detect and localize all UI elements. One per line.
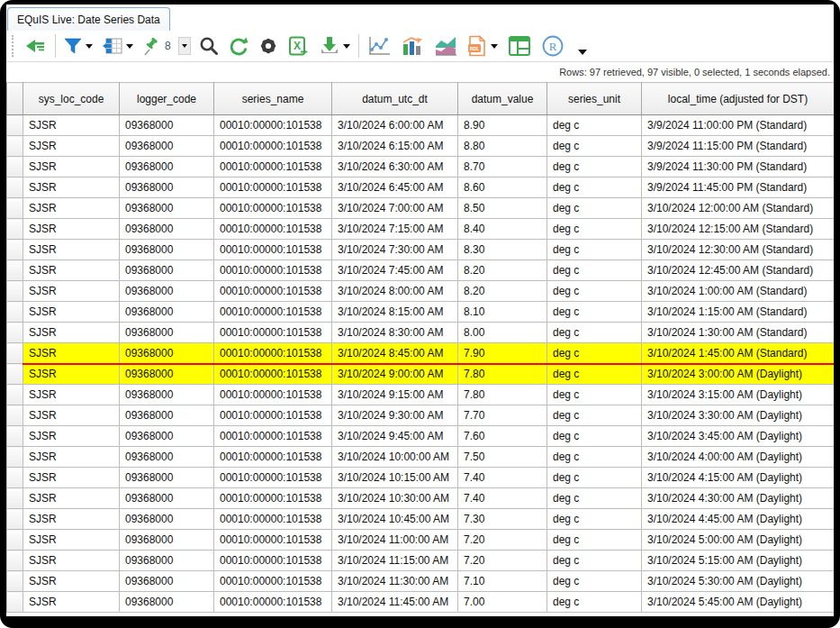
row-selector[interactable] (7, 240, 23, 260)
table-row[interactable]: SJSR0936800000010:00000:1015383/10/2024 … (7, 571, 835, 592)
cell: 3/10/2024 4:00:00 AM (Daylight) (642, 447, 835, 468)
table-row[interactable]: SJSR0936800000010:00000:1015383/10/2024 … (7, 136, 835, 157)
table-row[interactable]: SJSR0936800000010:00000:1015383/10/2024 … (7, 302, 835, 323)
table-row[interactable]: SJSR0936800000010:00000:1015383/10/2024 … (7, 426, 835, 447)
table-row[interactable]: SJSR0936800000010:00000:1015383/10/2024 … (7, 240, 835, 260)
row-selector[interactable] (7, 447, 23, 468)
table-row[interactable]: SJSR0936800000010:00000:1015383/10/2024 … (7, 385, 835, 405)
table-row[interactable]: SJSR0936800000010:00000:1015383/10/2024 … (7, 592, 835, 613)
row-selector[interactable] (7, 571, 23, 592)
row-selector[interactable] (7, 219, 23, 240)
line-chart-button[interactable] (366, 33, 393, 59)
table-row[interactable]: SJSR0936800000010:00000:1015383/10/2024 … (7, 468, 835, 488)
row-selector[interactable] (7, 260, 23, 281)
tab-title: EQuIS Live: Date Series Data (17, 14, 160, 26)
cell: 3/10/2024 3:30:00 AM (Daylight) (642, 405, 835, 426)
row-selector[interactable] (7, 488, 23, 509)
cell: 00010:00000:101538 (214, 240, 332, 260)
r-script-button[interactable]: R (539, 32, 566, 59)
cell: 00010:00000:101538 (214, 323, 332, 343)
row-selector[interactable] (7, 405, 23, 426)
column-header-datum-utc-dt[interactable]: datum_utc_dt (332, 83, 458, 115)
row-selector[interactable] (7, 530, 23, 551)
row-selector[interactable] (7, 385, 23, 405)
cell: deg c (547, 198, 642, 219)
table-row[interactable]: SJSR0936800000010:00000:1015383/10/2024 … (7, 115, 835, 136)
table-row[interactable]: SJSR0936800000010:00000:1015383/10/2024 … (7, 177, 835, 198)
rdl-dropdown-icon[interactable] (491, 44, 498, 49)
cell: 3/9/2024 11:00:00 PM (Standard) (642, 115, 835, 136)
row-selector[interactable] (7, 509, 23, 530)
table-row[interactable]: SJSR0936800000010:00000:1015383/10/2024 … (7, 219, 835, 240)
cell: 09368000 (120, 219, 214, 240)
toolbar-grip[interactable] (12, 35, 15, 57)
table-row[interactable]: SJSR0936800000010:00000:1015383/10/2024 … (7, 530, 835, 551)
area-chart-button[interactable] (432, 33, 459, 59)
tab-date-series-data[interactable]: EQuIS Live: Date Series Data (7, 7, 170, 31)
row-selector[interactable] (7, 302, 23, 323)
table-row[interactable]: SJSR0936800000010:00000:1015383/10/2024 … (7, 405, 835, 426)
filter-button[interactable] (62, 35, 95, 57)
column-header-series-unit[interactable]: series_unit (547, 83, 642, 115)
table-row[interactable]: SJSR0936800000010:00000:1015383/10/2024 … (7, 447, 835, 468)
overflow-chevron-icon (578, 50, 587, 55)
table-row[interactable]: SJSR0936800000010:00000:1015383/10/2024 … (7, 323, 835, 343)
filter-dropdown-icon[interactable] (86, 44, 93, 49)
cell: 3/10/2024 1:15:00 AM (Standard) (642, 302, 835, 323)
download-dropdown-icon[interactable] (343, 44, 350, 49)
column-chooser-dropdown-icon[interactable] (126, 44, 133, 49)
cell: 3/10/2024 4:30:00 AM (Daylight) (642, 488, 835, 509)
table-row[interactable]: SJSR0936800000010:00000:1015383/10/2024 … (7, 488, 835, 509)
cell: 00010:00000:101538 (214, 157, 332, 177)
table-row[interactable]: SJSR0936800000010:00000:1015383/10/2024 … (7, 551, 835, 571)
column-header-logger-code[interactable]: logger_code (120, 83, 214, 115)
refresh-button[interactable] (227, 34, 250, 58)
row-selector[interactable] (7, 323, 23, 343)
column-header-series-name[interactable]: series_name (214, 83, 332, 115)
cell: 00010:00000:101538 (214, 260, 332, 281)
table-row[interactable]: SJSR0936800000010:00000:1015383/10/2024 … (7, 343, 835, 364)
row-selector[interactable] (7, 177, 23, 198)
row-selector[interactable] (7, 343, 23, 364)
cell: 00010:00000:101538 (214, 488, 332, 509)
column-chooser-button[interactable] (101, 35, 135, 57)
download-button[interactable] (318, 34, 352, 58)
pin-count-dropdown-icon (182, 44, 187, 48)
table-row[interactable]: SJSR0936800000010:00000:1015383/10/2024 … (7, 260, 835, 281)
column-header-datum-value[interactable]: datum_value (458, 83, 547, 115)
row-selector[interactable] (7, 198, 23, 219)
table-row[interactable]: SJSR0936800000010:00000:1015383/10/2024 … (7, 281, 835, 302)
row-selector[interactable] (7, 426, 23, 447)
table-row[interactable]: SJSR0936800000010:00000:1015383/10/2024 … (7, 198, 835, 219)
row-selector[interactable] (7, 281, 23, 302)
gear-icon (258, 36, 278, 56)
rdl-report-button[interactable]: RDL (465, 33, 500, 59)
row-selector[interactable] (7, 551, 23, 571)
column-header-sys-loc-code[interactable]: sys_loc_code (23, 83, 120, 115)
table-row[interactable]: SJSR0936800000010:00000:1015383/10/2024 … (7, 157, 835, 177)
row-selector[interactable] (7, 592, 23, 613)
cell: 00010:00000:101538 (214, 509, 332, 530)
column-header-local-time[interactable]: local_time (adjusted for DST) (642, 83, 835, 115)
search-button[interactable] (197, 34, 221, 58)
row-selector[interactable] (7, 115, 23, 136)
table-row[interactable]: SJSR0936800000010:00000:1015383/10/2024 … (7, 509, 835, 530)
pushpin-icon[interactable] (141, 36, 161, 56)
cell: 7.40 (458, 468, 547, 488)
row-selector[interactable] (7, 364, 23, 385)
row-selector[interactable] (7, 468, 23, 488)
settings-button[interactable] (257, 34, 280, 58)
bar-chart-button[interactable] (399, 33, 426, 59)
table-row[interactable]: SJSR0936800000010:00000:1015383/10/2024 … (7, 364, 835, 385)
dashboard-button[interactable] (506, 33, 533, 59)
toolbar-overflow-button[interactable] (574, 48, 589, 61)
row-selector[interactable] (7, 136, 23, 157)
export-excel-button[interactable]: X (286, 34, 312, 58)
cell: SJSR (23, 198, 120, 219)
select-all-corner[interactable] (7, 83, 23, 115)
pin-count-dropdown[interactable] (178, 37, 191, 55)
back-button[interactable] (23, 35, 49, 57)
status-line: Rows: 97 retrieved, 97 visible, 0 select… (6, 62, 834, 82)
row-selector[interactable] (7, 157, 23, 177)
cell: SJSR (23, 592, 120, 613)
